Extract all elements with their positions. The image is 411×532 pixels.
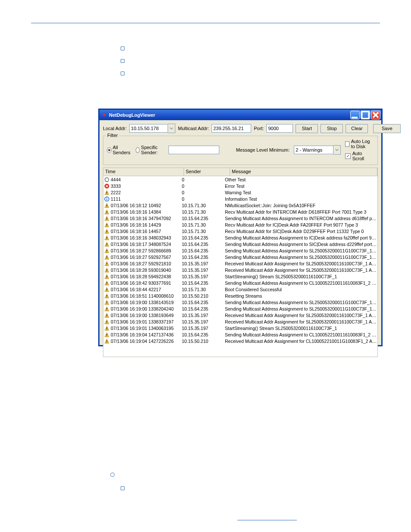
table-row[interactable]: 07/13/06 16:18:28 59492243810.15.35.197S… <box>103 273 377 280</box>
msg-level-combo[interactable] <box>294 145 341 155</box>
cell-sender: 10.15.35.197 <box>181 268 224 273</box>
all-senders-radio[interactable]: All Senders <box>107 145 131 155</box>
minimize-button[interactable] <box>350 111 360 119</box>
table-row[interactable]: 07/13/06 16:18:12 1049210.15.71.30NMulti… <box>103 202 377 208</box>
checkbox-icon <box>345 141 349 147</box>
table-row[interactable]: 07/13/06 16:18:16 34794709210.15.64.235S… <box>103 215 377 221</box>
specific-sender-input[interactable] <box>168 146 219 154</box>
auto-scroll-checkbox[interactable]: ✓ Auto Scroll <box>345 151 374 161</box>
cell-message: StartStreaming() Stream SL25005320001161… <box>224 326 377 331</box>
cell-sender: 0 <box>181 196 224 202</box>
warn-icon <box>104 300 109 305</box>
auto-log-checkbox[interactable]: Auto Log to Disk <box>345 139 374 149</box>
svg-rect-30 <box>106 271 107 271</box>
cell-message: Sending Multicast Address Assignment to … <box>224 255 377 260</box>
warn-icon <box>104 261 109 266</box>
close-button[interactable] <box>371 111 380 119</box>
table-row[interactable]: 07/13/06 16:19:00 133819364910.15.35.197… <box>103 312 377 318</box>
auto-log-label: Auto Log to Disk <box>351 139 374 149</box>
local-addr-combo[interactable] <box>129 124 175 133</box>
table-row[interactable]: 07/13/06 16:19:00 133820424010.15.64.235… <box>103 305 377 312</box>
bullet-square <box>121 47 125 50</box>
table-row[interactable]: 07/13/06 16:18:16 1442910.15.71.30Recv M… <box>103 221 377 228</box>
filter-legend: Filter <box>106 133 119 138</box>
table-row[interactable]: 07/13/06 16:18:27 59286668910.15.64.235S… <box>103 247 377 254</box>
cell-time: 2222 <box>111 190 121 195</box>
titlebar[interactable]: ✶ NetDebugLogViewer <box>100 110 381 120</box>
chevron-down-icon[interactable] <box>168 124 175 133</box>
svg-rect-39 <box>106 302 107 303</box>
table-row[interactable]: 07/13/06 16:19:04 142722622610.15.50.210… <box>103 338 377 344</box>
cell-time: 07/13/06 16:18:16 347947092 <box>111 216 171 221</box>
cell-sender: 10.15.35.197 <box>181 319 224 324</box>
table-row[interactable]: 07/13/06 16:18:51 114000861010.15.50.210… <box>103 292 377 299</box>
table-row[interactable]: 07/13/06 16:18:42 93037769110.15.64.235S… <box>103 280 377 286</box>
save-button[interactable]: Save <box>373 124 401 133</box>
svg-point-2 <box>105 177 109 181</box>
col-sender[interactable]: Sender <box>184 168 230 176</box>
svg-rect-11 <box>106 211 107 213</box>
table-row[interactable]: 11110Information Test <box>103 196 377 202</box>
chevron-down-icon[interactable] <box>333 145 341 155</box>
svg-rect-22 <box>106 245 107 246</box>
svg-rect-0 <box>352 117 358 118</box>
warn-icon <box>104 332 109 337</box>
cell-time: 07/13/06 16:18:51 1140008610 <box>111 293 174 299</box>
col-message[interactable]: Message <box>230 168 377 176</box>
start-button[interactable]: Start <box>296 124 318 133</box>
msg-level-input[interactable] <box>294 146 333 154</box>
list-body: 44440Other Test33330Error Test22220Warni… <box>103 176 377 344</box>
table-row[interactable]: 44440Other Test <box>103 176 377 183</box>
table-row[interactable]: 07/13/06 16:18:44 4221710.15.71.30Boot C… <box>103 286 377 292</box>
warn-icon <box>104 268 109 273</box>
table-row[interactable]: 22220Warning Test <box>103 189 377 196</box>
warn-icon <box>104 274 109 279</box>
svg-rect-21 <box>106 243 107 245</box>
port-input[interactable] <box>266 124 293 133</box>
log-list[interactable]: Time Sender Message 44440Other Test33330… <box>103 168 378 357</box>
list-header[interactable]: Time Sender Message <box>103 168 377 176</box>
cell-sender: 10.15.35.197 <box>181 326 224 331</box>
warn-icon <box>104 209 109 215</box>
maximize-button[interactable] <box>361 111 370 119</box>
svg-rect-50 <box>106 336 107 336</box>
svg-rect-44 <box>106 316 107 317</box>
cell-time: 07/13/06 16:18:27 592866689 <box>111 248 171 253</box>
table-row[interactable]: 07/13/06 16:19:01 133833719710.15.35.197… <box>103 318 377 325</box>
local-addr-input[interactable] <box>129 124 168 133</box>
col-time[interactable]: Time <box>103 168 184 176</box>
table-row[interactable]: 07/13/06 16:19:04 142713743610.15.64.235… <box>103 331 377 338</box>
table-row[interactable]: 07/13/06 16:18:28 59301904010.15.35.197R… <box>103 267 377 273</box>
table-row[interactable]: 07/13/06 16:18:17 34808752410.15.64.235S… <box>103 241 377 247</box>
table-row[interactable]: 33330Error Test <box>103 183 377 189</box>
table-row[interactable]: 07/13/06 16:18:27 59292756710.15.64.235S… <box>103 254 377 260</box>
other-icon <box>104 177 109 182</box>
warn-icon <box>104 287 109 292</box>
clear-button[interactable]: Clear <box>346 124 368 133</box>
error-icon <box>104 184 109 189</box>
table-row[interactable]: 07/13/06 16:18:16 1438410.15.71.30Recv M… <box>103 208 377 215</box>
svg-rect-25 <box>106 256 107 258</box>
window-title: NetDebugLogViewer <box>109 112 349 118</box>
cell-sender: 10.15.71.30 <box>181 203 224 208</box>
cell-sender: 10.15.64.235 <box>181 332 224 337</box>
table-row[interactable]: 07/13/06 16:18:16 1445710.15.71.30Recv M… <box>103 228 377 234</box>
svg-rect-13 <box>106 218 107 219</box>
bullet-square <box>121 486 125 490</box>
stop-button[interactable]: Stop <box>321 124 343 133</box>
table-row[interactable]: 07/13/06 16:19:00 133814351910.15.64.235… <box>103 299 377 305</box>
cell-message: Resetting Streams <box>224 293 377 299</box>
left-bullets <box>121 47 125 84</box>
svg-rect-1 <box>362 112 369 118</box>
table-row[interactable]: 07/13/06 16:18:27 59292181010.15.35.197R… <box>103 260 377 267</box>
table-row[interactable]: 07/13/06 16:19:01 134006319510.15.35.197… <box>103 325 377 331</box>
footer-bullets <box>110 473 125 490</box>
svg-rect-27 <box>106 263 107 264</box>
warn-icon <box>104 326 109 331</box>
specific-sender-radio[interactable]: Specific Sender: <box>136 145 164 155</box>
warn-icon <box>104 339 109 344</box>
table-row[interactable]: 07/13/06 16:18:16 34803294310.15.64.235S… <box>103 234 377 241</box>
svg-rect-16 <box>106 226 107 226</box>
svg-rect-5 <box>106 193 107 194</box>
multicast-addr-input[interactable] <box>212 124 251 133</box>
